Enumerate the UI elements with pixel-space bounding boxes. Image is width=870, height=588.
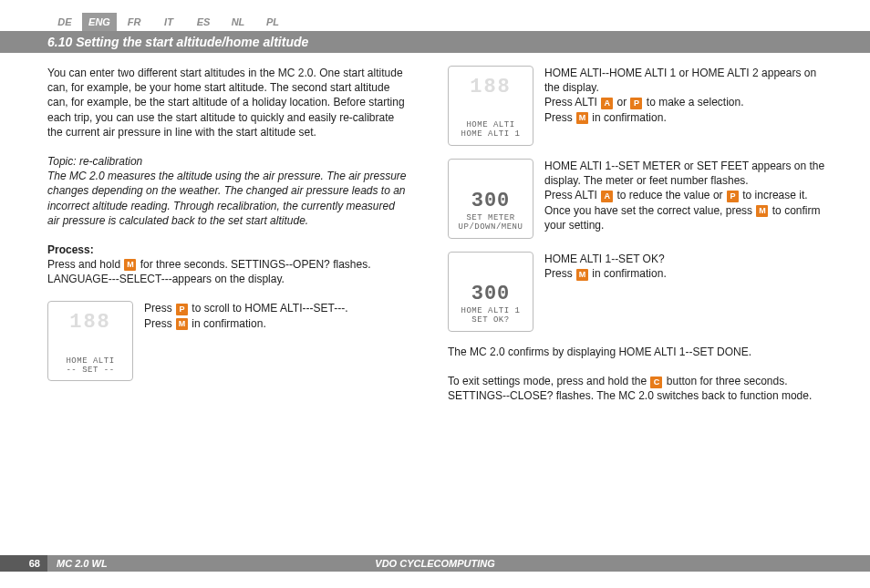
t: Press ALTI [544, 96, 600, 108]
step-1: 188 HOME ALTI -- SET -- Press P to scrol… [47, 301, 409, 381]
lcd2-line2: HOME ALTI 1 [461, 130, 521, 139]
model-label: MC 2.0 WL [57, 558, 108, 569]
r3-text: HOME ALTI 1--SET OK? Press M in confirma… [544, 252, 834, 281]
lcd1-line2: -- SET -- [66, 366, 114, 376]
m-button-icon: M [756, 205, 768, 217]
m-button-icon: M [576, 269, 588, 281]
lcd-screen-1: 188 HOME ALTI -- SET -- [47, 301, 133, 381]
step-r3: 300 HOME ALTI 1 SET OK? HOME ALTI 1--SET… [448, 252, 834, 332]
c-button-icon: C [650, 377, 662, 388]
confirm-line: The MC 2.0 confirms by displaying HOME A… [448, 345, 834, 359]
t: To exit settings mode, press and hold th… [448, 375, 649, 387]
exit-line: To exit settings mode, press and hold th… [448, 374, 834, 403]
right-column: 188 HOME ALTI HOME ALTI 1 HOME ALTI--HOM… [435, 53, 870, 550]
content-area: You can enter two different start altitu… [0, 53, 870, 550]
lang-de[interactable]: DE [47, 13, 82, 31]
t: to reduce the value or [614, 189, 726, 201]
section-title-bar: 6.10 Setting the start altitude/home alt… [0, 31, 870, 53]
topic-body: The MC 2.0 measures the altitude using t… [47, 170, 407, 227]
lcd-screen-3: 300 SET METER UP/DOWN/MENU [448, 159, 533, 239]
r2-text: HOME ALTI 1--SET METER or SET FEET appea… [544, 159, 834, 232]
topic-label: Topic: re-calibration [47, 155, 142, 168]
step-r1: 188 HOME ALTI HOME ALTI 1 HOME ALTI--HOM… [448, 66, 834, 146]
t: Press [144, 317, 175, 330]
lcd3-value: 300 [471, 188, 511, 215]
lcd-ghost-digits: 188 [69, 309, 111, 336]
page-number: 68 [0, 555, 47, 572]
lang-eng[interactable]: ENG [82, 13, 117, 31]
p-button-icon: P [176, 304, 188, 315]
m-button-icon: M [176, 318, 188, 330]
p-button-icon: P [727, 191, 739, 202]
t: in confirmation. [589, 267, 667, 280]
left-column: You can enter two different start altitu… [0, 53, 435, 550]
step-r2: 300 SET METER UP/DOWN/MENU HOME ALTI 1--… [448, 159, 834, 239]
lcd3-line2: UP/DOWN/MENU [459, 223, 523, 232]
lang-es[interactable]: ES [186, 13, 221, 31]
t: Press ALTI [544, 189, 600, 201]
m-button-icon: M [576, 112, 588, 124]
lcd4-line2: SET OK? [471, 316, 509, 325]
language-bar: DE ENG FR IT ES NL PL [47, 13, 290, 31]
p-button-icon: P [630, 98, 642, 109]
lcd-screen-4: 300 HOME ALTI 1 SET OK? [448, 252, 533, 332]
lang-it[interactable]: IT [151, 13, 186, 31]
process-label: Process: [47, 243, 94, 256]
process-block: Process: Press and hold M for three seco… [47, 242, 409, 287]
t: in confirmation. [189, 317, 266, 330]
t: HOME ALTI--HOME ALTI 1 or HOME ALTI 2 ap… [544, 67, 816, 94]
t: Press [544, 111, 575, 124]
lcd-screen-2: 188 HOME ALTI HOME ALTI 1 [448, 66, 533, 146]
lcd4-value: 300 [471, 281, 511, 308]
t: Press [144, 302, 175, 315]
lang-fr[interactable]: FR [117, 13, 151, 31]
t: HOME ALTI 1--SET OK? [544, 253, 665, 265]
t: in confirmation. [589, 111, 667, 124]
a-button-icon: A [601, 98, 613, 109]
lang-nl[interactable]: NL [221, 13, 255, 31]
topic-block: Topic: re-calibration The MC 2.0 measure… [47, 154, 409, 228]
t: to scroll to HOME ALTI---SET---. [189, 302, 347, 315]
footer-bar: 68 MC 2.0 WL VDO CYCLECOMPUTING [0, 555, 870, 572]
a-button-icon: A [601, 191, 613, 202]
section-title: 6.10 Setting the start altitude/home alt… [47, 35, 308, 49]
process-line-1a: Press and hold [47, 258, 123, 271]
t: Press [544, 267, 575, 280]
lang-pl[interactable]: PL [255, 13, 290, 31]
step1-text: Press P to scroll to HOME ALTI---SET---.… [144, 301, 409, 330]
r1-text: HOME ALTI--HOME ALTI 1 or HOME ALTI 2 ap… [544, 66, 834, 125]
intro-paragraph: You can enter two different start altitu… [47, 66, 409, 139]
t: HOME ALTI 1--SET METER or SET FEET appea… [544, 160, 824, 187]
brand-label: VDO CYCLECOMPUTING [375, 558, 494, 569]
lcd-ghost-digits: 188 [470, 74, 512, 101]
t: to make a selection. [643, 96, 743, 108]
m-button-icon: M [124, 259, 136, 271]
t: or [614, 96, 629, 108]
